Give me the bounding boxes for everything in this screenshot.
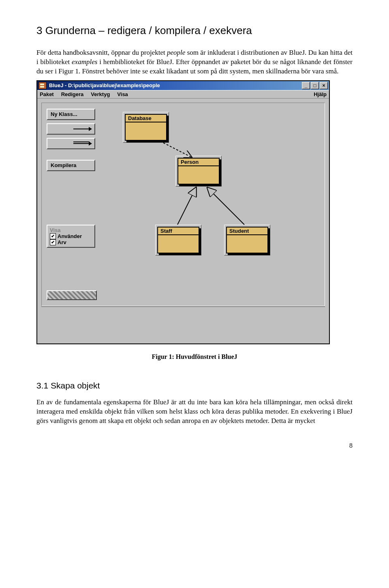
diagram-area: Ny Klass... Kompilera Visa ✔Använder ✔Ar… [37,99,329,343]
checkbox-arv[interactable]: ✔Arv [50,239,92,245]
object-bench[interactable] [41,306,325,339]
inheritance-relation-button[interactable] [47,138,95,149]
window-title: BlueJ - D:\public\java\bluej\examples\pe… [49,82,302,88]
svg-line-2 [208,188,244,225]
view-options-panel: Visa ✔Använder ✔Arv [47,225,95,248]
checkmark-icon: ✔ [50,239,56,245]
svg-line-1 [177,188,196,225]
menu-redigera[interactable]: Redigera [61,91,84,97]
titlebar: BlueJ - D:\public\java\bluej\examples\pe… [37,81,329,90]
bluej-window: BlueJ - D:\public\java\bluej\examples\pe… [36,80,330,344]
class-staff[interactable]: Staff [155,225,201,255]
svg-line-0 [163,143,192,157]
page-number: 8 [36,442,353,449]
class-label-person: Person [178,159,219,166]
class-label-student: Student [227,227,267,235]
menubar: Paket Redigera Verktyg Visa Hjälp [37,90,329,99]
subsection-heading: 3.1 Skapa objekt [36,381,353,391]
figure-caption: Figur 1: Huvudfönstret i BlueJ [36,353,353,361]
checkbox-anvander[interactable]: ✔Använder [50,233,92,239]
options-heading-visa: Visa [50,227,92,233]
compile-button[interactable]: Kompilera [47,160,95,171]
subsection-paragraph: En av de fundamentala egenskaperna för B… [36,398,353,426]
menu-visa[interactable]: Visa [117,91,128,97]
menu-paket[interactable]: Paket [40,91,54,97]
section-heading: 3 Grunderna – redigera / kompilera / exe… [36,24,353,37]
label-anvander: Använder [58,233,82,239]
new-class-button[interactable]: Ny Klass... [47,109,95,120]
intro-paragraph: För detta handboksavsnitt, öppnar du pro… [36,48,353,76]
checkmark-icon: ✔ [50,233,56,239]
class-database[interactable]: Database [123,112,169,143]
folder-name-examples: examples [72,58,97,66]
progress-indicator [47,290,97,300]
menu-verktyg[interactable]: Verktyg [91,91,110,97]
text: För detta handboksavsnitt, öppnar du pro… [36,49,167,56]
class-label-staff: Staff [158,227,199,235]
label-arv: Arv [58,239,66,245]
menu-help[interactable]: Hjälp [314,91,327,97]
class-label-database: Database [126,115,166,122]
class-student[interactable]: Student [224,225,270,255]
minimize-button[interactable]: _ [302,82,310,89]
app-icon [38,82,47,89]
project-name-people: people [167,49,185,56]
close-button[interactable]: × [320,82,328,89]
class-person[interactable]: Person [175,156,222,187]
uses-relation-button[interactable] [47,123,95,135]
maximize-button[interactable]: □ [311,82,319,89]
